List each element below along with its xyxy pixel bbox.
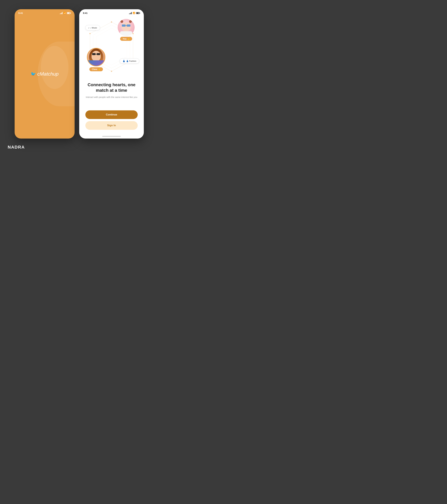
battery-icon (67, 12, 71, 14)
sub-text: Interact with people with the same inter… (85, 95, 138, 99)
you-label: You 👋 (120, 37, 132, 41)
fashion-tag-label: 👗 Fashion (126, 60, 136, 62)
continue-button[interactable]: Continue (85, 110, 138, 119)
you-avatar-container: You 👋 (118, 19, 135, 41)
svg-point-8 (89, 33, 91, 34)
you-label-text: You 👋 (123, 37, 130, 40)
buttons-area: Continue Sign In (79, 106, 144, 136)
onboarding-screen: 9:41 📶 (79, 9, 144, 139)
fashion-icon: 👗 (123, 60, 125, 62)
onboarding-wifi-icon: 📶 (133, 12, 135, 14)
music-tag: ♪ ♪ Music (85, 25, 100, 30)
text-content: Connecting hearts, one match at a time I… (79, 82, 144, 106)
fashion-tag: 👗 👗 Fashion (120, 58, 139, 64)
you-face (118, 19, 135, 36)
splash-time: 9:41 (18, 12, 23, 14)
clara-avatar-container: Clara 👋 (87, 48, 105, 71)
brand-name: NADRA (8, 145, 25, 149)
splash-status-icons: 📶 (60, 12, 71, 14)
onboarding-signal-icon (129, 12, 132, 14)
splash-logo-text: cMatchup (37, 71, 59, 77)
music-tag-label: ♪ Music (90, 27, 97, 29)
you-avatar (118, 19, 135, 36)
splash-bg-shape2 (41, 46, 69, 89)
main-heading: Connecting hearts, one match at a time (85, 82, 138, 93)
clara-face (87, 49, 105, 66)
splash-logo: 🐦 cMatchup (31, 71, 59, 77)
svg-point-6 (111, 71, 112, 72)
music-icon: ♪ (88, 26, 89, 29)
onboarding-battery-icon (136, 12, 140, 14)
wifi-icon: 📶 (64, 12, 66, 14)
clara-label-text: Clara 👋 (92, 68, 101, 71)
clara-avatar (87, 48, 105, 66)
screens-container: 9:41 📶 🐦 cMatchup 9:41 (6, 9, 152, 139)
onboarding-time: 9:41 (83, 12, 87, 14)
signin-button[interactable]: Sign In (85, 121, 138, 130)
bottom-indicator (79, 136, 144, 139)
brand-footer: NADRA (8, 145, 25, 150)
clara-label: Clara 👋 (89, 67, 103, 71)
home-indicator (102, 136, 121, 137)
onboarding-status-icons: 📶 (129, 12, 140, 14)
svg-point-3 (111, 21, 112, 23)
splash-bird-icon: 🐦 (31, 72, 36, 76)
splash-screen: 9:41 📶 🐦 cMatchup (15, 9, 75, 139)
onboarding-status-bar: 9:41 📶 (79, 9, 144, 14)
illustration-area: ♪ ♪ Music (79, 16, 144, 81)
signal-icon (60, 12, 63, 14)
splash-status-bar: 9:41 📶 (15, 12, 75, 14)
